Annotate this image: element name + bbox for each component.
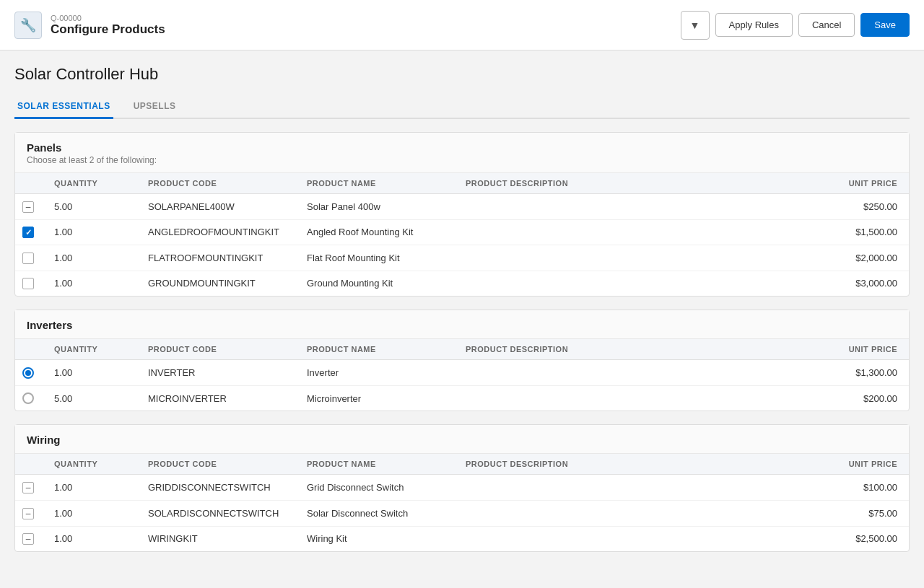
page-title: Solar Controller Hub — [14, 65, 910, 84]
row-quantity: 1.00 — [47, 271, 141, 296]
wiring-table: QUANTITY PRODUCT CODE PRODUCT NAME PRODU… — [15, 454, 909, 551]
row-price: $2,000.00 — [822, 245, 909, 271]
col-header-check — [15, 454, 47, 475]
wiring-header-row: QUANTITY PRODUCT CODE PRODUCT NAME PRODU… — [15, 454, 909, 475]
row-radio[interactable] — [22, 392, 34, 404]
col-header-quantity-panels: QUANTITY — [47, 173, 141, 194]
configure-products-icon: 🔧 — [14, 12, 42, 39]
row-code: GRIDDISCONNECTSWITCH — [141, 475, 300, 501]
row-price: $3,000.00 — [822, 271, 909, 296]
table-row: 5.00 MICROINVERTER Microinverter $200.00 — [15, 385, 909, 411]
col-header-desc-inverters: PRODUCT DESCRIPTION — [458, 339, 822, 360]
row-code: FLATROOFMOUNTINGKIT — [141, 245, 300, 271]
quote-id: Q-00000 — [51, 14, 165, 22]
table-row: 1.00 INVERTER Inverter $1,300.00 — [15, 360, 909, 386]
row-code: SOLARPANEL400W — [141, 194, 300, 220]
row-quantity: 1.00 — [47, 526, 141, 551]
table-row: 5.00 SOLARPANEL400W Solar Panel 400w $25… — [15, 194, 909, 220]
row-checkbox[interactable] — [22, 253, 34, 264]
col-header-price-inverters: UNIT PRICE — [822, 339, 909, 360]
tabs: SOLAR ESSENTIALS UPSELLS — [14, 95, 910, 119]
section-panels-header: Panels Choose at least 2 of the followin… — [15, 133, 909, 173]
row-code: MICROINVERTER — [141, 385, 300, 411]
page-header-title: Configure Products — [51, 22, 165, 37]
section-wiring-header: Wiring — [15, 425, 909, 454]
apply-rules-button[interactable]: Apply Rules — [715, 13, 793, 37]
row-code: SOLARDISCONNECTSWITCH — [141, 500, 300, 526]
save-button[interactable]: Save — [860, 13, 910, 37]
row-price: $1,500.00 — [822, 219, 909, 245]
col-header-quantity-inverters: QUANTITY — [47, 339, 141, 360]
row-name: Inverter — [300, 360, 458, 386]
tab-upsells[interactable]: UPSELLS — [131, 95, 179, 119]
table-row: 1.00 GROUNDMOUNTINGKIT Ground Mounting K… — [15, 271, 909, 296]
row-quantity: 1.00 — [47, 500, 141, 526]
row-name: Flat Roof Mounting Kit — [300, 245, 458, 271]
table-row: 1.00 FLATROOFMOUNTINGKIT Flat Roof Mount… — [15, 245, 909, 271]
row-price: $75.00 — [822, 500, 909, 526]
row-code: INVERTER — [141, 360, 300, 386]
row-desc — [458, 245, 822, 271]
row-name: Wiring Kit — [300, 526, 458, 551]
row-desc — [458, 360, 822, 386]
col-header-name-inverters: PRODUCT NAME — [300, 339, 458, 360]
row-price: $2,500.00 — [822, 526, 909, 551]
row-desc — [458, 271, 822, 296]
filter-button[interactable]: ▼ — [681, 11, 710, 40]
row-checkbox[interactable] — [22, 201, 34, 213]
row-checkbox[interactable] — [22, 278, 34, 289]
col-header-desc-panels: PRODUCT DESCRIPTION — [458, 173, 822, 194]
row-quantity: 5.00 — [47, 194, 141, 220]
row-checkbox[interactable] — [22, 227, 34, 238]
col-header-code-inverters: PRODUCT CODE — [141, 339, 300, 360]
row-name: Angled Roof Mounting Kit — [300, 219, 458, 245]
row-desc — [458, 475, 822, 501]
table-row: 1.00 WIRINGKIT Wiring Kit $2,500.00 — [15, 526, 909, 551]
row-desc — [458, 194, 822, 220]
row-quantity: 5.00 — [47, 385, 141, 411]
header: 🔧 Q-00000 Configure Products ▼ Apply Rul… — [0, 0, 924, 51]
section-inverters-title: Inverters — [27, 319, 897, 331]
header-title-block: Q-00000 Configure Products — [51, 14, 165, 37]
cancel-button[interactable]: Cancel — [798, 13, 855, 37]
row-code: WIRINGKIT — [141, 526, 300, 551]
table-row: 1.00 GRIDDISCONNECTSWITCH Grid Disconnec… — [15, 475, 909, 501]
row-radio[interactable] — [22, 367, 34, 379]
table-row: 1.00 SOLARDISCONNECTSWITCH Solar Disconn… — [15, 500, 909, 526]
row-checkbox[interactable] — [22, 533, 34, 545]
row-quantity: 1.00 — [47, 360, 141, 386]
tab-solar-essentials[interactable]: SOLAR ESSENTIALS — [14, 95, 113, 119]
row-code: GROUNDMOUNTINGKIT — [141, 271, 300, 296]
col-header-code-wiring: PRODUCT CODE — [141, 454, 300, 475]
col-header-price-wiring: UNIT PRICE — [822, 454, 909, 475]
col-header-price-panels: UNIT PRICE — [822, 173, 909, 194]
col-header-desc-wiring: PRODUCT DESCRIPTION — [458, 454, 822, 475]
row-desc — [458, 500, 822, 526]
header-left: 🔧 Q-00000 Configure Products — [14, 12, 165, 39]
section-wiring-title: Wiring — [27, 434, 897, 446]
section-inverters-header: Inverters — [15, 310, 909, 339]
row-price: $1,300.00 — [822, 360, 909, 386]
row-checkbox[interactable] — [22, 482, 34, 493]
main-content: Solar Controller Hub SOLAR ESSENTIALS UP… — [0, 51, 924, 588]
table-row: 1.00 ANGLEDROOFMOUNTINGKIT Angled Roof M… — [15, 219, 909, 245]
col-header-code-panels: PRODUCT CODE — [141, 173, 300, 194]
col-header-check — [15, 173, 47, 194]
row-name: Grid Disconnect Switch — [300, 475, 458, 501]
col-header-name-panels: PRODUCT NAME — [300, 173, 458, 194]
section-inverters: Inverters QUANTITY PRODUCT CODE PRODUCT … — [14, 310, 910, 411]
panels-header-row: QUANTITY PRODUCT CODE PRODUCT NAME PRODU… — [15, 173, 909, 194]
row-desc — [458, 526, 822, 551]
section-panels: Panels Choose at least 2 of the followin… — [14, 132, 910, 297]
inverters-table: QUANTITY PRODUCT CODE PRODUCT NAME PRODU… — [15, 339, 909, 411]
panels-table: QUANTITY PRODUCT CODE PRODUCT NAME PRODU… — [15, 173, 909, 296]
row-name: Solar Disconnect Switch — [300, 500, 458, 526]
row-checkbox[interactable] — [22, 508, 34, 519]
section-panels-title: Panels — [27, 141, 897, 154]
section-panels-subtitle: Choose at least 2 of the following: — [27, 155, 897, 165]
row-name: Solar Panel 400w — [300, 194, 458, 220]
row-code: ANGLEDROOFMOUNTINGKIT — [141, 219, 300, 245]
row-quantity: 1.00 — [47, 245, 141, 271]
col-header-quantity-wiring: QUANTITY — [47, 454, 141, 475]
row-name: Microinverter — [300, 385, 458, 411]
